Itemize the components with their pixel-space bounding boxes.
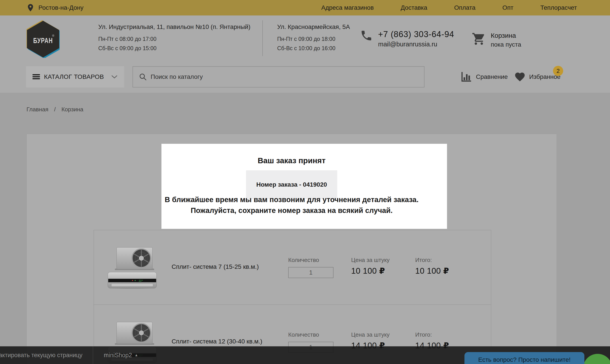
header-divider	[262, 20, 263, 56]
topbar: Ростов-на-Дону Адреса магазинов Доставка…	[0, 0, 610, 15]
product-title[interactable]: Сплит- система 12 (30-40 кв.м.)	[172, 338, 262, 345]
store2-address: Ул. Красноармейская, 5А	[277, 23, 350, 30]
split-system-image-icon: 22°	[106, 246, 159, 289]
compare-link[interactable]: Сравнение	[460, 71, 508, 83]
search-box	[132, 66, 425, 88]
menu-item-delivery[interactable]: Доставка	[401, 4, 427, 11]
phone-number-link[interactable]: +7 (863) 303-64-94	[378, 29, 454, 39]
total-label: Итого:	[415, 257, 449, 263]
email-link[interactable]: mail@buranrussia.ru	[378, 41, 454, 48]
store-address-block-1: Ул. Индустриальая, 11, павильон №10 (п. …	[98, 23, 250, 54]
cart-label: Корзина	[491, 32, 521, 39]
quantity-column: Количество	[288, 257, 334, 278]
price-value: 10 100 ₽	[351, 266, 389, 276]
price-label: Цена за штуку	[351, 257, 389, 263]
menu-item-wholesale[interactable]: Опт	[502, 4, 514, 11]
cart-lines: Корзина пока пуста	[491, 32, 521, 48]
page: Ростов-на-Дону Адреса магазинов Доставка…	[0, 0, 610, 364]
hamburger-icon	[32, 74, 40, 80]
favorites-count-badge: 2	[553, 66, 563, 76]
store1-address: Ул. Индустриальая, 11, павильон №10 (п. …	[98, 23, 250, 30]
minishop-brand-label: miniShop2	[104, 352, 132, 359]
ruble-sign: ₽	[379, 266, 385, 275]
location-pin-icon	[26, 3, 35, 13]
product-title[interactable]: Сплит- система 7 (15-25 кв.м.)	[172, 263, 259, 270]
order-message-line1: В ближайшее время мы вам позвоним для ут…	[27, 194, 557, 205]
phone-icon	[360, 29, 373, 42]
menu-item-heat-calc[interactable]: Теплорасчет	[540, 4, 577, 11]
search-input[interactable]	[150, 73, 424, 81]
total-label: Итого:	[415, 331, 449, 338]
order-message-line2: Пожалуйста, сохраните номер заказа на вс…	[27, 205, 557, 216]
chevron-down-icon	[111, 75, 118, 79]
store1-hours-weekdays: Пн-Пт с 08:00 до 17:00	[98, 36, 250, 42]
total-value: 10 100 ₽	[415, 266, 449, 276]
logo-text: БУРАН	[31, 36, 55, 45]
heart-icon	[514, 71, 526, 83]
cart-status: пока пуста	[491, 41, 521, 48]
menu-item-payment[interactable]: Оплата	[454, 4, 476, 11]
breadcrumb: Главная / Корзина	[26, 106, 83, 113]
triangle-up-icon: ▲	[135, 353, 138, 357]
store1-hours-weekend: Сб-Вс с 09:00 до 15:00	[98, 45, 250, 52]
total-column: Итого: 10 100 ₽	[415, 257, 449, 276]
logo[interactable]: БУРАН ®	[26, 20, 60, 58]
table-row: 22° Сплит- система 7 (15-25 кв.м.) Колич…	[94, 230, 491, 305]
total-amount: 10 100	[415, 266, 441, 275]
price-column: Цена за штуку 10 100 ₽	[351, 257, 389, 276]
contact-block: +7 (863) 303-64-94 mail@buranrussia.ru	[360, 29, 454, 48]
logo-registered-mark: ®	[52, 34, 54, 37]
contact-lines: +7 (863) 303-64-94 mail@buranrussia.ru	[378, 29, 454, 48]
product-image[interactable]: 22°	[106, 246, 159, 289]
catalog-button-label: КАТАЛОГ ТОВАРОВ	[44, 73, 104, 80]
order-message: В ближайшее время мы вам позвоним для ут…	[27, 194, 557, 216]
edit-page-link[interactable]: Редактировать текущую страницу	[0, 352, 82, 359]
city-selector[interactable]: Ростов-на-Дону	[26, 3, 83, 13]
chat-widget[interactable]: Есть вопрос? Просто напишите!	[465, 352, 584, 364]
store2-hours-weekdays: Пн-Пт с 09:00 до 18:00	[277, 36, 350, 42]
price-amount: 10 100	[351, 266, 377, 275]
ruble-sign: ₽	[443, 266, 449, 275]
breadcrumb-current: Корзина	[61, 106, 83, 113]
minishop-toggle[interactable]: miniShop2 ▲	[104, 346, 138, 364]
order-title: Ваш заказ принят	[27, 156, 557, 165]
topbar-location: Ростов-на-Дону	[39, 4, 83, 11]
cart-widget[interactable]: Корзина пока пуста	[472, 32, 521, 48]
topbar-menu: Адреса магазинов Доставка Оплата Опт Теп…	[321, 4, 577, 11]
store-address-block-2: Ул. Красноармейская, 5А Пн-Пт с 09:00 до…	[277, 23, 350, 54]
quantity-label: Количество	[288, 331, 334, 338]
catalog-button[interactable]: КАТАЛОГ ТОВАРОВ	[26, 66, 124, 88]
devbar-divider	[93, 346, 93, 364]
quantity-input[interactable]	[288, 267, 334, 278]
bar-chart-icon	[460, 71, 472, 83]
quantity-label: Количество	[288, 257, 334, 263]
price-label: Цена за штуку	[351, 331, 389, 338]
breadcrumb-separator: /	[54, 106, 56, 113]
shopping-cart-icon	[472, 32, 486, 46]
breadcrumb-home[interactable]: Главная	[26, 106, 48, 113]
store2-hours-weekend: Сб-Вс с 10:00 до 16:00	[277, 45, 350, 52]
compare-label: Сравнение	[476, 73, 508, 80]
search-icon	[139, 73, 147, 81]
svg-text:22°: 22°	[139, 279, 143, 282]
main-content: Ваш заказ принят Номер заказа - 0419020 …	[26, 134, 557, 364]
cart-items-table: 22° Сплит- система 7 (15-25 кв.м.) Колич…	[94, 230, 491, 364]
header: БУРАН ® Ул. Индустриальая, 11, павильон …	[0, 15, 610, 93]
menu-item-addresses[interactable]: Адреса магазинов	[321, 4, 374, 11]
